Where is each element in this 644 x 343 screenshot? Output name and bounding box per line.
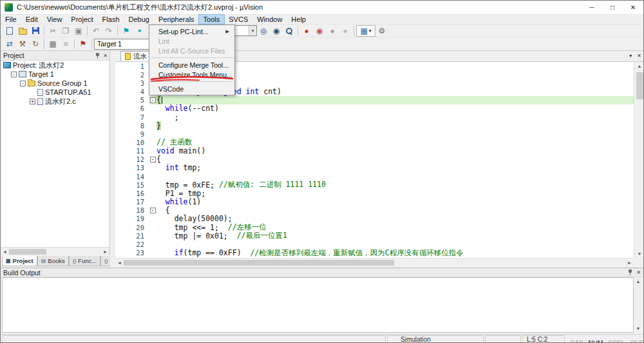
- code-text[interactable]: {: [156, 155, 634, 164]
- code-text[interactable]: P1 = tmp;: [156, 189, 634, 197]
- settings-wrench-icon[interactable]: ⚙: [375, 25, 388, 37]
- undo-icon[interactable]: ↶: [90, 25, 102, 37]
- tree-item-target-1[interactable]: -Target 1: [1, 70, 109, 79]
- new-file-icon[interactable]: [3, 25, 16, 37]
- find-in-files-icon[interactable]: ◉: [270, 25, 283, 37]
- scroll-down-icon[interactable]: ▼: [636, 250, 644, 258]
- pin-icon[interactable]: [94, 52, 100, 59]
- save-icon[interactable]: [29, 25, 42, 37]
- copy-icon[interactable]: ❐: [59, 25, 72, 37]
- bookmark-icon[interactable]: ⚑: [120, 25, 133, 37]
- panel-splitter[interactable]: [110, 51, 115, 266]
- panel-tab-func[interactable]: {}Func...: [69, 256, 100, 266]
- menu-item-customize-tools-menu[interactable]: Customize Tools Menu...: [149, 70, 234, 79]
- fold-toggle-icon[interactable]: -: [150, 157, 156, 162]
- menu-help[interactable]: Help: [287, 15, 310, 24]
- code-text[interactable]: tmp = 0xFE; //赋初值: 二进制 1111 1110: [156, 181, 634, 189]
- panel-close-icon[interactable]: ✕: [636, 270, 641, 275]
- scrollbar-thumb[interactable]: [124, 260, 394, 266]
- code-text[interactable]: {: [156, 96, 634, 104]
- code-text[interactable]: while(--cnt): [156, 104, 634, 113]
- code-text[interactable]: tmp |= 0x01; //最后一位置1: [156, 231, 634, 240]
- editor-hscrollbar[interactable]: ◄ ►: [115, 258, 634, 266]
- batch-build-icon[interactable]: ▦: [46, 38, 59, 50]
- menu-debug[interactable]: Debug: [124, 15, 154, 24]
- open-file-icon[interactable]: [16, 25, 29, 37]
- menu-flash[interactable]: Flash: [98, 15, 124, 24]
- menu-view[interactable]: View: [43, 15, 67, 24]
- build-icon[interactable]: ⚒: [16, 38, 29, 50]
- scrollbar-thumb[interactable]: [636, 72, 643, 99]
- code-text[interactable]: ;: [156, 113, 634, 121]
- menu-edit[interactable]: Edit: [21, 15, 43, 24]
- panel-tab-books[interactable]: ▤Books: [37, 256, 69, 266]
- code-text[interactable]: {: [156, 206, 634, 215]
- menu-tools[interactable]: Tools: [199, 15, 225, 24]
- build-output-vscrollbar[interactable]: ▲ ▼: [634, 277, 642, 333]
- menu-project[interactable]: Project: [66, 15, 97, 24]
- expand-icon[interactable]: +: [30, 99, 35, 104]
- redo-icon[interactable]: ↷: [102, 25, 115, 37]
- minimize-button[interactable]: ─: [582, 1, 602, 14]
- close-editor-icon[interactable]: ✕: [637, 53, 641, 59]
- menu-item-configure-merge-tool[interactable]: Configure Merge Tool...: [149, 60, 234, 70]
- editor-tab[interactable]: 流水: [120, 51, 151, 61]
- scroll-right-icon[interactable]: ►: [101, 248, 109, 256]
- scroll-down-icon[interactable]: ▼: [634, 324, 643, 333]
- maximize-button[interactable]: □: [602, 1, 623, 14]
- code-text[interactable]: while(1): [156, 198, 634, 206]
- fold-toggle-icon[interactable]: -: [150, 208, 156, 213]
- menu-item-set-up-pc-lint[interactable]: Set-up PC-Lint...▶: [149, 26, 234, 36]
- scroll-right-icon[interactable]: ►: [625, 259, 634, 267]
- rebuild-icon[interactable]: ↻: [29, 38, 42, 50]
- translate-icon[interactable]: ⇄: [3, 38, 16, 50]
- code-text[interactable]: [156, 240, 634, 248]
- panel-close-icon[interactable]: ✕: [103, 53, 108, 59]
- kill-breakpoints-icon[interactable]: ●: [339, 25, 352, 37]
- scroll-up-icon[interactable]: ▲: [634, 277, 643, 286]
- prev-bookmark-icon[interactable]: ◄: [133, 25, 146, 37]
- menu-window[interactable]: Window: [252, 15, 287, 24]
- scrollbar-thumb[interactable]: [9, 249, 46, 255]
- search-icon[interactable]: [283, 25, 296, 37]
- menu-file[interactable]: File: [1, 15, 21, 24]
- code-text[interactable]: }: [156, 121, 634, 130]
- menu-svcs[interactable]: SVCS: [224, 15, 252, 24]
- editor-vscrollbar[interactable]: ▲ ▼: [634, 62, 644, 258]
- paste-icon[interactable]: ▣: [72, 25, 85, 37]
- tree-item-2-c[interactable]: +流水灯2.c: [1, 97, 109, 106]
- cut-icon[interactable]: ✂: [46, 25, 59, 37]
- project-panel-hscrollbar[interactable]: ◄ ►: [1, 247, 109, 255]
- scroll-left-icon[interactable]: ◄: [1, 248, 9, 256]
- tree-item-project-2[interactable]: Project: 流水灯2: [1, 61, 109, 70]
- code-text[interactable]: // 主函数: [156, 138, 634, 146]
- code-text[interactable]: int tmp;: [156, 164, 634, 172]
- code-text[interactable]: delay(50000);: [156, 215, 634, 223]
- menu-peripherals[interactable]: Peripherals: [154, 15, 199, 24]
- tab-list-icon[interactable]: ▾: [629, 53, 632, 59]
- collapse-icon[interactable]: -: [11, 72, 17, 77]
- code-text[interactable]: tmp <<= 1; //左移一位: [156, 223, 634, 231]
- code-text[interactable]: if(tmp == 0xFF) //检测是否移到最左端，重新赋值，因为C程序没有…: [156, 248, 634, 257]
- disable-breakpoints-icon[interactable]: ●: [326, 25, 339, 37]
- code-text[interactable]: [156, 130, 634, 138]
- tree-item-source-group-1[interactable]: -Source Group 1: [1, 79, 109, 88]
- panel-tab-project[interactable]: ▦Project: [2, 256, 37, 266]
- build-output-body[interactable]: [2, 277, 634, 333]
- enable-breakpoint-icon[interactable]: ◉: [313, 25, 326, 37]
- close-button[interactable]: ✕: [623, 1, 643, 14]
- collapse-icon[interactable]: -: [20, 81, 26, 86]
- insert-breakpoint-icon[interactable]: ●: [300, 25, 313, 37]
- scroll-left-icon[interactable]: ◄: [115, 259, 124, 267]
- menu-item-vscode[interactable]: VSCode: [149, 84, 234, 93]
- download-flag-icon[interactable]: ⚑: [77, 38, 90, 50]
- scroll-up-icon[interactable]: ▲: [636, 62, 644, 70]
- stop-build-icon[interactable]: ■: [59, 38, 72, 50]
- code-text[interactable]: void main(): [156, 147, 634, 155]
- fold-toggle-icon[interactable]: -: [150, 97, 156, 103]
- find-next-icon[interactable]: ◎: [257, 25, 270, 37]
- code-text[interactable]: [156, 172, 634, 181]
- pin-icon[interactable]: [627, 269, 633, 276]
- tree-item-startup-a51[interactable]: STARTUP.A51: [1, 88, 109, 97]
- window-layout-icon[interactable]: ▦▾: [356, 25, 375, 37]
